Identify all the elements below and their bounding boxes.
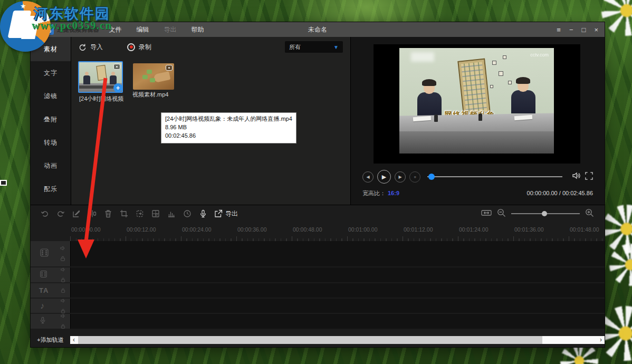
minimize-icon[interactable]: − <box>569 26 573 33</box>
tab-filters[interactable]: 滤镜 <box>31 84 71 108</box>
timeline-bottom-bar: +添加轨道 ‹ › <box>31 332 605 347</box>
timeline-zoom-slider[interactable] <box>511 213 580 214</box>
chevron-down-icon: ▼ <box>333 44 339 50</box>
menu-help[interactable]: 帮助 <box>191 25 204 34</box>
tooltip-filesize: 8.96 MB <box>165 123 292 132</box>
timeline-zoom-handle[interactable] <box>542 211 547 216</box>
next-frame-button[interactable]: ▶ <box>395 171 406 183</box>
media-item-selected[interactable]: + <box>78 61 123 93</box>
tooltip-duration: 00:02:45.86 <box>165 132 292 140</box>
graphic-bit <box>492 61 496 65</box>
seek-handle[interactable] <box>428 174 435 180</box>
maximize-icon[interactable]: □ <box>582 26 586 33</box>
music-track: ♪ <box>31 299 605 313</box>
export-icon <box>214 209 223 218</box>
window-controls: ≡ − □ × <box>557 22 598 37</box>
horizontal-scrollbar[interactable]: ‹ › <box>70 336 605 344</box>
previous-frame-button[interactable]: ◀ <box>362 171 374 183</box>
close-icon[interactable]: × <box>594 26 598 33</box>
timeline-ruler[interactable]: 00:00:00.0000:00:12.0000:00:24.0000:00:3… <box>31 222 605 241</box>
zoom-in-icon[interactable] <box>585 208 594 219</box>
aspect-ratio-value[interactable]: 16:9 <box>388 190 399 196</box>
mute-track-icon[interactable] <box>60 311 66 321</box>
desk-mic <box>478 113 482 121</box>
lock-track-icon[interactable] <box>60 254 66 264</box>
lock-track-icon[interactable] <box>60 322 66 331</box>
tab-overlays[interactable]: 叠附 <box>31 108 71 131</box>
play-button[interactable]: ▶ <box>377 170 391 184</box>
split-icon[interactable] <box>84 209 100 218</box>
graphic-bit <box>503 55 506 59</box>
video-watermark: cctv.com <box>530 52 549 58</box>
import-button[interactable]: 导入 <box>79 43 103 52</box>
tab-text[interactable]: 文字 <box>31 61 71 84</box>
media-item[interactable] <box>133 63 174 90</box>
add-track-button[interactable]: +添加轨道 <box>31 336 70 344</box>
film-icon <box>39 270 48 281</box>
mic-icon <box>39 316 46 327</box>
ruler-time-label: 00:01:48.00 <box>570 226 599 233</box>
scrollbar-thumb[interactable] <box>78 336 542 344</box>
mute-track-icon[interactable] <box>60 265 66 274</box>
zoom-out-icon[interactable] <box>497 208 506 219</box>
stop-button[interactable]: ■ <box>409 171 420 183</box>
add-to-timeline-icon[interactable]: + <box>113 83 122 92</box>
delete-icon[interactable] <box>100 209 116 218</box>
fullscreen-icon[interactable] <box>585 172 593 182</box>
voiceover-mic-icon[interactable] <box>195 209 211 218</box>
thumbnail-leaf <box>150 78 155 82</box>
record-button[interactable]: 录制 <box>127 43 151 52</box>
mute-track-icon[interactable] <box>60 296 66 305</box>
timecode-display: 00:00:00.00 / 00:02:45.86 <box>527 190 593 196</box>
video-track-1-lane[interactable] <box>70 241 605 266</box>
graphic-bit <box>508 81 512 84</box>
tab-music[interactable]: 配乐 <box>31 177 71 200</box>
video-track-1 <box>31 241 605 266</box>
timeline-zoom-controls <box>481 208 598 219</box>
export-button[interactable]: 导出 <box>214 209 238 218</box>
tab-animation[interactable]: 动画 <box>31 154 71 177</box>
redo-icon[interactable] <box>53 209 69 218</box>
undo-icon[interactable] <box>37 209 53 218</box>
video-player[interactable]: cctv.com 网络视频乱象 <box>374 44 580 164</box>
edit-icon[interactable] <box>69 209 84 218</box>
scroll-left-icon[interactable]: ‹ <box>70 336 78 344</box>
ruler-time-label: 00:01:24.00 <box>459 226 488 233</box>
media-item-grid: + [24小时]网络视频乱象：未成年人的网络直播.mp4 视频素材.mp4 <box>71 58 350 106</box>
voice-track-header <box>31 314 70 329</box>
import-icon <box>79 43 87 51</box>
fit-timeline-icon[interactable] <box>481 209 492 219</box>
music-track-header: ♪ <box>31 299 70 313</box>
document-title: 未命名 <box>308 25 327 34</box>
timeline-toolbar: 导出 <box>31 205 605 222</box>
mute-track-icon[interactable] <box>60 244 66 253</box>
timeline-tracks: TA ♪ <box>31 241 605 331</box>
audio-levels-icon[interactable] <box>164 209 179 218</box>
lock-track-icon[interactable] <box>60 286 66 295</box>
daisy-flower <box>601 0 632 36</box>
media-filter-dropdown[interactable]: 所有 ▼ <box>285 41 343 53</box>
music-track-lane[interactable] <box>70 299 605 313</box>
resize-icon[interactable] <box>132 209 148 218</box>
thumbnail-leaf <box>142 75 148 79</box>
video-track-2-lane[interactable] <box>70 267 605 282</box>
menu-export[interactable]: 导出 <box>164 25 177 34</box>
ruler-time-label: 00:01:00.00 <box>348 226 377 233</box>
seek-bar[interactable] <box>427 176 562 177</box>
text-track-lane[interactable] <box>70 283 605 298</box>
media-library-panel: 导入 录制 所有 ▼ <box>71 37 351 205</box>
mosaic-icon[interactable] <box>148 209 164 218</box>
volume-icon[interactable] <box>572 171 581 182</box>
crop-icon[interactable] <box>116 209 132 218</box>
duration-clock-icon[interactable] <box>179 209 195 218</box>
daisy-flower <box>609 244 632 286</box>
ruler-ticks <box>70 236 605 241</box>
scroll-right-icon[interactable]: › <box>597 336 605 344</box>
main-area: 素材 文字 滤镜 叠附 转场 动画 配乐 导入 录制 <box>31 37 605 205</box>
voice-track-lane[interactable] <box>70 314 605 329</box>
desktop-icon[interactable] <box>0 180 7 186</box>
menu-edit[interactable]: 编辑 <box>137 25 149 34</box>
tab-transitions[interactable]: 转场 <box>31 131 71 154</box>
hamburger-menu-icon[interactable]: ≡ <box>557 26 561 33</box>
video-track-1-header <box>31 241 70 266</box>
